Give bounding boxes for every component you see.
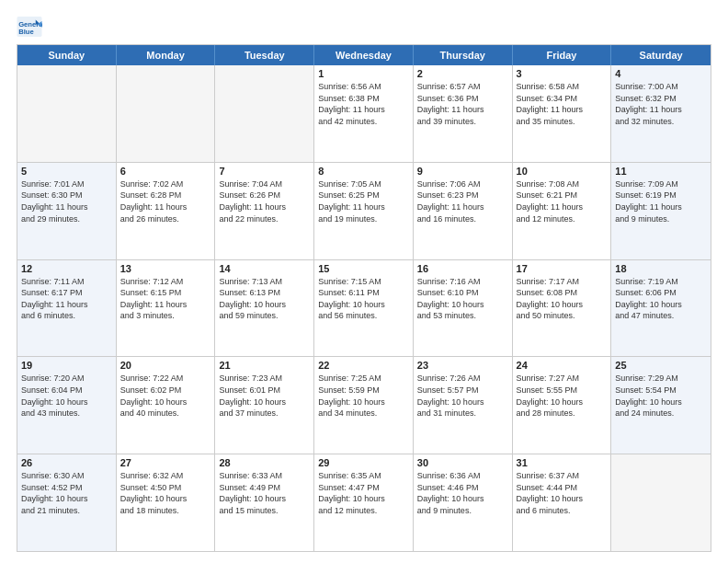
cell-info: Sunrise: 7:23 AM Sunset: 6:01 PM Dayligh… [219,373,310,419]
calendar-cell: 2Sunrise: 6:57 AM Sunset: 6:36 PM Daylig… [414,65,513,162]
calendar-cell [215,65,314,162]
calendar-cell: 12Sunrise: 7:11 AM Sunset: 6:17 PM Dayli… [17,260,117,357]
calendar-cell [611,454,711,551]
calendar-cell: 20Sunrise: 7:22 AM Sunset: 6:02 PM Dayli… [117,357,216,454]
calendar-cell: 14Sunrise: 7:13 AM Sunset: 6:13 PM Dayli… [215,260,314,357]
day-number: 4 [615,68,707,79]
day-number: 7 [219,166,310,177]
calendar-row: 5Sunrise: 7:01 AM Sunset: 6:30 PM Daylig… [17,162,711,259]
day-number: 9 [417,166,508,177]
day-number: 13 [120,263,211,274]
cell-info: Sunrise: 6:56 AM Sunset: 6:38 PM Dayligh… [318,81,409,127]
weekday-header: Thursday [414,45,513,65]
calendar-row: 1Sunrise: 6:56 AM Sunset: 6:38 PM Daylig… [17,65,711,162]
day-number: 21 [219,360,310,371]
calendar-cell: 23Sunrise: 7:26 AM Sunset: 5:57 PM Dayli… [414,357,513,454]
calendar-cell: 19Sunrise: 7:20 AM Sunset: 6:04 PM Dayli… [17,357,117,454]
weekday-header: Wednesday [314,45,414,65]
cell-info: Sunrise: 7:26 AM Sunset: 5:57 PM Dayligh… [417,373,508,419]
cell-info: Sunrise: 7:09 AM Sunset: 6:19 PM Dayligh… [615,178,707,224]
day-number: 5 [21,166,112,177]
day-number: 2 [417,68,508,79]
day-number: 17 [517,263,608,274]
cell-info: Sunrise: 6:37 AM Sunset: 4:44 PM Dayligh… [517,470,608,516]
cell-info: Sunrise: 7:00 AM Sunset: 6:32 PM Dayligh… [615,81,707,127]
calendar-cell: 30Sunrise: 6:36 AM Sunset: 4:46 PM Dayli… [414,454,513,551]
calendar-cell: 4Sunrise: 7:00 AM Sunset: 6:32 PM Daylig… [611,65,711,162]
cell-info: Sunrise: 7:27 AM Sunset: 5:55 PM Dayligh… [517,373,608,419]
calendar-cell: 9Sunrise: 7:06 AM Sunset: 6:23 PM Daylig… [414,163,513,259]
calendar-cell: 1Sunrise: 6:56 AM Sunset: 6:38 PM Daylig… [314,65,414,162]
day-number: 15 [318,263,409,274]
calendar-cell: 15Sunrise: 7:15 AM Sunset: 6:11 PM Dayli… [314,260,414,357]
page-header: General Blue [17,17,711,37]
day-number: 11 [615,166,707,177]
cell-info: Sunrise: 7:11 AM Sunset: 6:17 PM Dayligh… [21,276,112,322]
cell-info: Sunrise: 7:04 AM Sunset: 6:26 PM Dayligh… [219,178,310,224]
cell-info: Sunrise: 6:32 AM Sunset: 4:50 PM Dayligh… [120,470,211,516]
day-number: 31 [517,457,608,468]
calendar-row: 12Sunrise: 7:11 AM Sunset: 6:17 PM Dayli… [17,259,711,357]
calendar-cell: 27Sunrise: 6:32 AM Sunset: 4:50 PM Dayli… [117,454,216,551]
day-number: 29 [318,457,409,468]
calendar-cell: 8Sunrise: 7:05 AM Sunset: 6:25 PM Daylig… [314,163,414,259]
weekday-header: Sunday [17,45,117,65]
day-number: 12 [21,263,112,274]
cell-info: Sunrise: 7:08 AM Sunset: 6:21 PM Dayligh… [517,178,608,224]
cell-info: Sunrise: 6:36 AM Sunset: 4:46 PM Dayligh… [417,470,508,516]
calendar-cell: 24Sunrise: 7:27 AM Sunset: 5:55 PM Dayli… [513,357,612,454]
day-number: 25 [615,360,707,371]
calendar-cell: 3Sunrise: 6:58 AM Sunset: 6:34 PM Daylig… [513,65,612,162]
cell-info: Sunrise: 7:06 AM Sunset: 6:23 PM Dayligh… [417,178,508,224]
day-number: 10 [517,166,608,177]
weekday-header: Friday [513,45,612,65]
calendar-cell: 13Sunrise: 7:12 AM Sunset: 6:15 PM Dayli… [117,260,216,357]
calendar-cell: 11Sunrise: 7:09 AM Sunset: 6:19 PM Dayli… [611,163,711,259]
calendar-cell: 6Sunrise: 7:02 AM Sunset: 6:28 PM Daylig… [117,163,216,259]
cell-info: Sunrise: 7:05 AM Sunset: 6:25 PM Dayligh… [318,178,409,224]
calendar-cell: 26Sunrise: 6:30 AM Sunset: 4:52 PM Dayli… [17,454,117,551]
calendar-body: 1Sunrise: 6:56 AM Sunset: 6:38 PM Daylig… [17,65,711,551]
calendar-cell: 31Sunrise: 6:37 AM Sunset: 4:44 PM Dayli… [513,454,612,551]
day-number: 26 [21,457,112,468]
day-number: 20 [120,360,211,371]
day-number: 22 [318,360,409,371]
cell-info: Sunrise: 7:22 AM Sunset: 6:02 PM Dayligh… [120,373,211,419]
calendar-cell: 29Sunrise: 6:35 AM Sunset: 4:47 PM Dayli… [314,454,414,551]
cell-info: Sunrise: 7:20 AM Sunset: 6:04 PM Dayligh… [21,373,112,419]
cell-info: Sunrise: 7:17 AM Sunset: 6:08 PM Dayligh… [517,276,608,322]
day-number: 3 [517,68,608,79]
cell-info: Sunrise: 6:35 AM Sunset: 4:47 PM Dayligh… [318,470,409,516]
calendar-cell [17,65,117,162]
day-number: 16 [417,263,508,274]
calendar-cell: 16Sunrise: 7:16 AM Sunset: 6:10 PM Dayli… [414,260,513,357]
cell-info: Sunrise: 7:02 AM Sunset: 6:28 PM Dayligh… [120,178,211,224]
day-number: 23 [417,360,508,371]
calendar-cell: 18Sunrise: 7:19 AM Sunset: 6:06 PM Dayli… [611,260,711,357]
cell-info: Sunrise: 7:12 AM Sunset: 6:15 PM Dayligh… [120,276,211,322]
cell-info: Sunrise: 7:13 AM Sunset: 6:13 PM Dayligh… [219,276,310,322]
cell-info: Sunrise: 7:19 AM Sunset: 6:06 PM Dayligh… [615,276,707,322]
calendar-cell: 25Sunrise: 7:29 AM Sunset: 5:54 PM Dayli… [611,357,711,454]
calendar-row: 19Sunrise: 7:20 AM Sunset: 6:04 PM Dayli… [17,356,711,454]
day-number: 30 [417,457,508,468]
calendar-row: 26Sunrise: 6:30 AM Sunset: 4:52 PM Dayli… [17,454,711,551]
calendar-cell: 5Sunrise: 7:01 AM Sunset: 6:30 PM Daylig… [17,163,117,259]
logo-icon: General Blue [17,17,42,37]
cell-info: Sunrise: 7:01 AM Sunset: 6:30 PM Dayligh… [21,178,112,224]
day-number: 28 [219,457,310,468]
cell-info: Sunrise: 6:57 AM Sunset: 6:36 PM Dayligh… [417,81,508,127]
day-number: 8 [318,166,409,177]
calendar-header: SundayMondayTuesdayWednesdayThursdayFrid… [17,45,711,65]
cell-info: Sunrise: 6:33 AM Sunset: 4:49 PM Dayligh… [219,470,310,516]
calendar-cell: 17Sunrise: 7:17 AM Sunset: 6:08 PM Dayli… [513,260,612,357]
calendar-cell: 22Sunrise: 7:25 AM Sunset: 5:59 PM Dayli… [314,357,414,454]
cell-info: Sunrise: 7:15 AM Sunset: 6:11 PM Dayligh… [318,276,409,322]
calendar-cell: 10Sunrise: 7:08 AM Sunset: 6:21 PM Dayli… [513,163,612,259]
calendar-cell: 21Sunrise: 7:23 AM Sunset: 6:01 PM Dayli… [215,357,314,454]
weekday-header: Saturday [611,45,711,65]
logo: General Blue [17,17,46,37]
cell-info: Sunrise: 6:30 AM Sunset: 4:52 PM Dayligh… [21,470,112,516]
day-number: 1 [318,68,409,79]
svg-text:Blue: Blue [18,28,34,36]
